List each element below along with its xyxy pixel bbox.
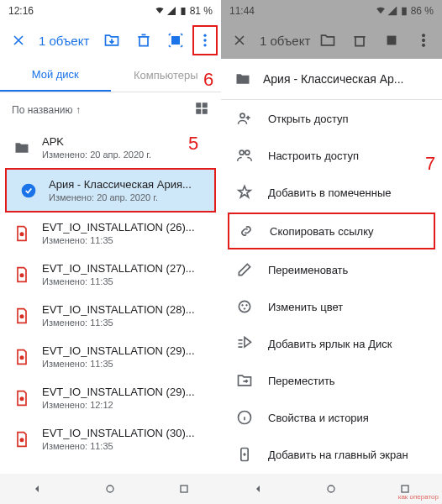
- svg-point-16: [107, 486, 113, 492]
- menu-item-star[interactable]: Добавить в помеченные: [221, 174, 442, 211]
- svg-rect-19: [387, 36, 396, 45]
- svg-point-22: [422, 44, 424, 46]
- menu-item-color[interactable]: Изменить цвет: [221, 288, 442, 325]
- menu-item-homescreen[interactable]: Добавить на главный экран: [221, 436, 442, 473]
- menu-label: Добавить ярлык на Диск: [268, 338, 392, 350]
- svg-point-28: [246, 305, 248, 307]
- svg-point-29: [244, 308, 245, 310]
- document-icon: [13, 225, 30, 242]
- svg-rect-18: [402, 8, 406, 15]
- status-time: 11:44: [229, 5, 255, 17]
- tab-my-drive[interactable]: Мой диск: [0, 59, 111, 92]
- file-row[interactable]: EVT_IO_INSTALLATION (29)... Изменено: 11…: [0, 336, 221, 377]
- back-icon[interactable]: [30, 482, 44, 496]
- context-filename: Ария - Классическая Ар...: [263, 72, 403, 86]
- menu-item-details[interactable]: Свойства и история: [221, 399, 442, 436]
- menu-label: Скопировать ссылку: [270, 225, 374, 238]
- shortcut-icon: [236, 335, 253, 352]
- svg-point-2: [203, 34, 206, 37]
- trash-icon[interactable]: [129, 25, 159, 55]
- wifi-icon: [376, 6, 386, 16]
- status-right: 81 %: [155, 5, 213, 17]
- close-icon: [224, 25, 255, 55]
- copylink-icon: [238, 223, 255, 239]
- annotation-7: 7: [425, 153, 435, 175]
- menu-item-shortcut[interactable]: Добавить ярлык на Диск: [221, 325, 442, 362]
- file-row[interactable]: Ария - Классическая Ария... Изменено: 20…: [5, 168, 216, 213]
- signal-icon: [166, 6, 176, 16]
- more-icon[interactable]: [192, 25, 218, 55]
- select-all-icon[interactable]: [160, 25, 191, 55]
- file-name: EVT_IO_INSTALLATION (27)...: [42, 262, 209, 275]
- document-icon: [13, 266, 30, 283]
- menu-label: Открыть доступ: [268, 113, 349, 125]
- file-name: EVT_IO_INSTALLATION (26)...: [42, 221, 209, 234]
- share-icon: [236, 110, 253, 127]
- statusbar: 11:44 86 %: [221, 0, 442, 22]
- menu-label: Переместить: [268, 375, 335, 387]
- annotation-5: 5: [188, 133, 198, 155]
- file-subtitle: Изменено: 20 апр. 2020 г.: [49, 192, 203, 202]
- file-row[interactable]: EVT_IO_INSTALLATION (28)... Изменено: 11…: [0, 295, 221, 336]
- sort-label[interactable]: По названию ↑: [12, 104, 81, 116]
- svg-point-27: [242, 305, 244, 307]
- file-list: APK Изменено: 20 апр. 2020 г. Ария - Кла…: [0, 127, 221, 480]
- file-row[interactable]: EVT_IO_INSTALLATION (26)... Изменено: 11…: [0, 213, 221, 254]
- menu-label: Свойства и история: [268, 412, 369, 424]
- svg-point-9: [22, 183, 36, 197]
- trash-icon: [345, 25, 375, 55]
- manage-icon: [236, 147, 253, 164]
- file-row[interactable]: EVT_IO_INSTALLATION (29)... Изменено: 12…: [0, 377, 221, 418]
- svg-point-14: [20, 396, 24, 401]
- status-right: 86 %: [376, 5, 434, 17]
- svg-rect-6: [203, 102, 208, 108]
- svg-point-11: [20, 273, 24, 277]
- menu-label: Переименовать: [268, 264, 348, 276]
- svg-rect-7: [196, 109, 201, 114]
- status-battery: 86 %: [411, 5, 434, 17]
- battery-icon: [178, 6, 188, 16]
- star-icon: [236, 184, 253, 201]
- menu-item-rename[interactable]: Переименовать: [221, 251, 442, 288]
- svg-point-20: [422, 34, 424, 37]
- select-all-icon: [376, 25, 407, 55]
- svg-point-3: [203, 39, 206, 41]
- file-subtitle: Изменено: 11:35: [42, 359, 209, 369]
- menu-item-share[interactable]: Открыть доступ: [221, 100, 442, 137]
- more-icon: [408, 25, 439, 55]
- appbar: 1 объект: [221, 22, 442, 59]
- svg-rect-5: [196, 102, 201, 108]
- move-icon: [236, 372, 253, 389]
- menu-item-manage[interactable]: Настроить доступ: [221, 137, 442, 174]
- watermark: как оператор: [398, 493, 439, 501]
- recents-icon[interactable]: [177, 482, 191, 496]
- file-subtitle: Изменено: 12:12: [42, 400, 209, 410]
- file-name: APK: [42, 135, 209, 148]
- home-icon[interactable]: [103, 482, 117, 496]
- svg-point-12: [20, 314, 24, 318]
- folder-icon: [234, 71, 251, 87]
- svg-point-24: [239, 150, 244, 155]
- color-icon: [236, 298, 253, 315]
- appbar-title: 1 объект: [256, 34, 311, 48]
- home-icon[interactable]: [324, 482, 338, 496]
- menu-item-copylink[interactable]: Скопировать ссылку: [228, 213, 435, 249]
- status-battery: 81 %: [190, 5, 213, 17]
- grid-view-icon[interactable]: [194, 101, 209, 118]
- menu-item-move[interactable]: Переместить: [221, 362, 442, 399]
- file-row[interactable]: EVT_IO_INSTALLATION (30)... Изменено: 11…: [0, 418, 221, 459]
- context-menu: Открыть доступНастроить доступДобавить в…: [221, 100, 442, 504]
- document-icon: [13, 390, 30, 407]
- file-row[interactable]: EVT_IO_INSTALLATION (27)... Изменено: 11…: [0, 254, 221, 295]
- check-icon: [20, 182, 37, 199]
- menu-label: Добавить в помеченные: [268, 186, 392, 199]
- move-to-icon[interactable]: [97, 25, 127, 55]
- back-icon[interactable]: [251, 482, 265, 496]
- svg-point-26: [239, 301, 250, 312]
- list-header: По названию ↑: [0, 92, 221, 127]
- svg-rect-33: [402, 486, 408, 492]
- close-icon[interactable]: [3, 25, 34, 55]
- document-icon: [13, 349, 30, 365]
- move-to-icon: [313, 25, 343, 55]
- screen-left: 12:16 81 % 1 объект Мой диск Компьютеры …: [0, 0, 221, 504]
